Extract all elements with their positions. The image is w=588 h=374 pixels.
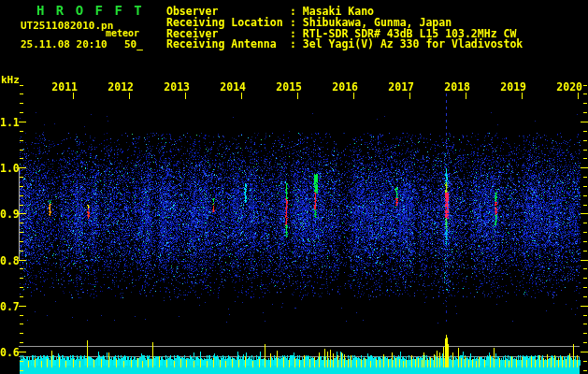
time-axis-label: 2020 [554,80,582,94]
freq-axis-label: 0.9 [0,208,18,221]
khz-unit-label: kHz [1,74,20,86]
hrofft-screen: H R O F F T UT2511082010.pn meteor 25.11… [0,0,588,374]
mode-label: meteor [106,28,139,38]
time-axis-label: 2016 [330,80,358,94]
spectrogram-canvas [0,0,588,374]
time-axis-label: 2013 [162,80,190,94]
freq-axis-label: 1.1 [0,116,18,129]
time-axis-label: 2017 [386,80,414,94]
time-axis-label: 2015 [274,80,302,94]
time-axis-label: 2011 [50,80,78,94]
time-axis-label: 2019 [498,80,526,94]
info-label: Receiving Antenna [166,37,277,50]
freq-axis-label: 0.7 [0,300,18,313]
time-axis-label: 2012 [106,80,134,94]
capture-filename: UT2511082010.pn [21,20,113,32]
freq-axis-label: 0.6 [0,346,18,359]
freq-axis-label: 1.0 [0,162,18,175]
time-axis-label: 2014 [218,80,246,94]
time-axis-label: 2018 [442,80,470,94]
app-title: H R O F F T [36,3,144,18]
info-value: : 3el Yagi(V) Az 330 for Vladivostok [290,37,523,50]
freq-axis-label: 0.8 [0,254,18,267]
seconds-counter: 50_ [124,38,143,50]
capture-datetime: 25.11.08 20:10 [21,38,108,50]
